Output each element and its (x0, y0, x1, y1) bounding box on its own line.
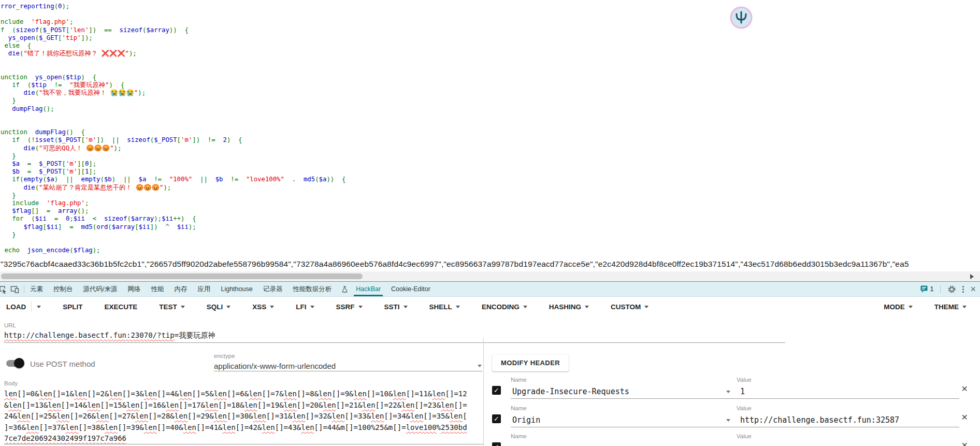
chevron-down-icon[interactable] (37, 306, 41, 308)
devtools-tab--[interactable]: 元素 (29, 281, 44, 297)
hackbar-menu-encoding[interactable]: ENCODING (482, 303, 527, 311)
code-line: if(empty($a) || empty($b) || $a != "100%… (1, 176, 345, 183)
body-field-label: Body (4, 380, 18, 386)
code-line: if ($tip != "我要玩原神") { (1, 81, 345, 89)
menu-label: XSS (252, 303, 266, 311)
devtools-tab-hackbar[interactable]: HackBar (355, 282, 382, 296)
code-line (1, 121, 345, 128)
devtools-tab--[interactable]: 网络 (126, 281, 141, 297)
header-enabled-checkbox[interactable]: ✓ (492, 442, 501, 446)
devtools-tab--[interactable]: 性能 (150, 281, 165, 297)
device-toolbar-icon[interactable] (10, 285, 19, 294)
code-line: die("我不管，我要玩原神！ 😭😭😭"); (1, 89, 345, 97)
flask-experiment-icon (342, 286, 348, 293)
header-name-dropdown-icon[interactable] (726, 419, 730, 422)
code-line: $b = $_POST['m'][1]; (1, 168, 345, 176)
chevron-down-icon[interactable] (523, 306, 527, 308)
code-line: } (1, 152, 345, 160)
header-name-input[interactable]: Origin (512, 415, 540, 425)
site-logo-icon (729, 6, 753, 30)
chevron-down-icon[interactable] (403, 306, 408, 308)
code-line: nclude 'flag.php'; (1, 18, 345, 26)
code-line: unction dumpFlag() { (1, 128, 345, 136)
devtools-tab--[interactable]: 应用 (196, 281, 211, 297)
header-name-input[interactable]: Upgrade-Insecure-Requests (512, 387, 629, 396)
settings-gear-icon[interactable] (947, 285, 956, 294)
remove-header-icon[interactable]: × (961, 383, 968, 394)
chevron-down-icon[interactable] (181, 306, 185, 308)
menu-label: HASHING (549, 303, 581, 311)
enctype-dropdown-icon[interactable] (478, 365, 482, 367)
chevron-down-icon[interactable] (270, 306, 274, 308)
remove-header-icon[interactable]: × (961, 439, 968, 446)
chevron-down-icon[interactable] (226, 306, 230, 308)
hackbar-menu-mode[interactable]: MODE (884, 303, 913, 311)
code-line: $flag[$ii] = md5(ord($array[$ii]) ^ $ii)… (1, 223, 345, 231)
inspect-element-icon[interactable] (0, 285, 7, 294)
hackbar-menu-load[interactable]: LOAD (6, 301, 41, 312)
header-enabled-checkbox[interactable]: ✓ (492, 414, 501, 423)
hackbar-menu-test[interactable]: TEST (159, 303, 185, 311)
hackbar-menu-ssrf[interactable]: SSRF (336, 303, 363, 311)
hackbar-menu-execute[interactable]: EXECUTE (105, 303, 138, 311)
devtools-tab--[interactable]: 控制台 (52, 281, 74, 297)
scrollbar-thumb[interactable] (1, 274, 363, 279)
header-value-input[interactable]: 1 (740, 387, 745, 396)
hackbar-menu-split[interactable]: SPLIT (63, 303, 82, 311)
remove-header-icon[interactable]: × (961, 411, 968, 422)
chevron-down-icon[interactable] (456, 306, 460, 308)
hackbar-menu-custom[interactable]: CUSTOM (611, 303, 648, 311)
header-value-label: Value (737, 377, 752, 383)
menu-label: MODE (884, 303, 905, 311)
devtools-tab-lighthouse[interactable]: Lighthouse (220, 282, 253, 296)
use-post-toggle-thumb[interactable] (14, 358, 24, 368)
devtools-tab--[interactable]: 记录器 (262, 281, 284, 297)
page-horizontal-scrollbar[interactable] (0, 271, 980, 281)
body-textarea[interactable]: len[]=0&len[]=1&len[]=2&len[]=3&len[]=4&… (4, 389, 486, 444)
code-line (1, 57, 345, 65)
console-message-badge[interactable]: 1 (920, 285, 934, 293)
header-name-underline (511, 398, 739, 399)
devtools-tabbar: 元素控制台源代码/来源网络性能内存应用Lighthouse记录器性能数据分析Ha… (0, 282, 980, 297)
code-line: die("可恶的QQ人！ 😡😡😡"); (1, 145, 345, 152)
code-line: } (1, 97, 345, 105)
modify-header-button[interactable]: MODIFY HEADER (492, 354, 569, 371)
code-line: echo json_encode($flag); (1, 247, 345, 254)
chevron-down-icon[interactable] (358, 306, 363, 308)
devtools-tab--[interactable]: 内存 (173, 281, 188, 297)
code-line: for ($ii = 0;$ii < sizeof($array);$ii++)… (1, 215, 345, 223)
hackbar-menu-hashing[interactable]: HASHING (549, 303, 589, 311)
kebab-menu-icon[interactable] (962, 285, 964, 294)
enctype-select[interactable]: application/x-www-form-urlencoded (214, 362, 336, 370)
header-name-label: Name (511, 377, 527, 383)
scrollbar-right-arrow-icon[interactable] (970, 274, 974, 279)
code-line: if (!isset($_POST['m']) || sizeof($_POST… (1, 136, 345, 144)
hackbar-menu-shell[interactable]: SHELL (429, 303, 460, 311)
chevron-down-icon[interactable] (644, 306, 648, 308)
hackbar-menu-theme[interactable]: THEME (934, 303, 967, 311)
header-name-dropdown-icon[interactable] (726, 391, 730, 393)
chevron-down-icon[interactable] (909, 306, 913, 308)
console-message-count: 1 (930, 285, 934, 293)
chevron-down-icon[interactable] (585, 306, 589, 308)
hackbar-menu-lfi[interactable]: LFI (296, 303, 314, 311)
hackbar-menu-sqli[interactable]: SQLI (207, 303, 231, 311)
url-input[interactable]: http://challenge.basectf.fun:23070/?tip=… (4, 331, 215, 340)
enctype-underline (214, 371, 482, 371)
menu-label: SSRF (336, 303, 355, 311)
header-enabled-checkbox[interactable]: ✓ (492, 386, 501, 395)
menu-split-divider (31, 301, 32, 312)
hackbar-menu-xss[interactable]: XSS (252, 303, 274, 311)
devtools-tab--[interactable]: 源代码/来源 (82, 281, 119, 297)
code-line: f (sizeof($_POST['len']) == sizeof($arra… (1, 26, 345, 34)
menu-label: LFI (296, 303, 306, 311)
devtools-tab--[interactable]: 性能数据分析 (292, 281, 333, 297)
chevron-down-icon[interactable] (962, 306, 967, 308)
devtools-tab-cookie-editor[interactable]: Cookie-Editor (390, 282, 431, 296)
chevron-down-icon[interactable] (310, 306, 314, 308)
use-post-label: Use POST method (30, 359, 95, 368)
header-value-input[interactable]: http://challenge.basectf.fun:32587 (740, 415, 899, 425)
code-line: unction ys_open($tip) { (1, 74, 345, 81)
hackbar-menu-ssti[interactable]: SSTI (384, 303, 408, 311)
close-devtools-icon[interactable]: × (970, 284, 976, 294)
